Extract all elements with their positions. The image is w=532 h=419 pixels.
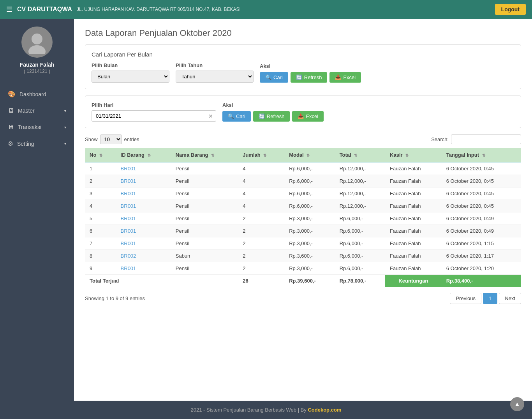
sidebar: Fauzan Falah ( 12314121 ) 🎨 Dashboard 🖥 … bbox=[0, 19, 74, 401]
sidebar-item-label: Master bbox=[18, 108, 35, 114]
cell-tanggal: 6 October 2020, 0:45 bbox=[442, 175, 521, 187]
col-kasir[interactable]: Kasir ⇅ bbox=[385, 148, 442, 162]
page-1-button[interactable]: 1 bbox=[483, 293, 497, 304]
cell-nama-barang: Pensil bbox=[171, 225, 238, 237]
section-title-bulan: Cari Laporan Per Bulan bbox=[92, 51, 514, 58]
show-entries: Show 102550100 entries bbox=[85, 134, 139, 144]
cell-modal: Rp.3,000,- bbox=[284, 262, 335, 275]
cell-modal: Rp.6,000,- bbox=[284, 200, 335, 212]
col-total[interactable]: Total ⇅ bbox=[335, 148, 385, 162]
footer-text: 2021 - Sistem Penjualan Barang Berbasis … bbox=[191, 407, 308, 413]
excel-button-1[interactable]: 📥 Excel bbox=[329, 72, 361, 83]
filter-group-bulan: Pilih Bulan Bulan JanuariFebruariMaret A… bbox=[92, 62, 169, 83]
id-barang-link[interactable]: BR001 bbox=[121, 178, 136, 184]
table-row: 5 BR001 Pensil 2 Rp.3,000,- Rp.6,000,- F… bbox=[85, 212, 521, 225]
sort-icon-kasir: ⇅ bbox=[405, 153, 409, 157]
total-row: Total Terjual 26 Rp.39,600,- Rp.78,000,-… bbox=[85, 275, 521, 287]
id-barang-link[interactable]: BR001 bbox=[121, 240, 136, 246]
filter-group-aksi1: Aksi 🔍 Cari 🔄 Refresh 📥 Excel bbox=[260, 63, 361, 83]
col-nama-barang[interactable]: Nama Barang ⇅ bbox=[171, 148, 238, 162]
cell-nama-barang: Sabun bbox=[171, 250, 238, 262]
id-barang-link[interactable]: BR001 bbox=[121, 265, 136, 271]
previous-button[interactable]: Previous bbox=[450, 293, 481, 304]
filter-bulan-section: Cari Laporan Per Bulan Pilih Bulan Bulan… bbox=[85, 44, 521, 89]
logout-button[interactable]: Logout bbox=[495, 4, 526, 15]
refresh-icon-2: 🔄 bbox=[259, 113, 265, 119]
sidebar-item-transaksi[interactable]: 🖥 Transaksi ▾ bbox=[0, 119, 74, 135]
select-tahun[interactable]: Tahun 2019202020212022 bbox=[176, 71, 254, 83]
cell-tanggal: 6 October 2020, 1:15 bbox=[442, 237, 521, 250]
pagination: Previous 1 Next bbox=[450, 293, 521, 304]
cell-id-barang: BR001 bbox=[116, 162, 171, 175]
cell-jumlah: 2 bbox=[238, 250, 284, 262]
cell-id-barang: BR001 bbox=[116, 200, 171, 212]
refresh-button-1[interactable]: 🔄 Refresh bbox=[291, 72, 328, 83]
col-no[interactable]: No ⇅ bbox=[85, 148, 116, 162]
date-input[interactable] bbox=[92, 110, 216, 122]
label-pilih-tahun: Pilih Tahun bbox=[176, 62, 254, 68]
cell-kasir: Fauzan Falah bbox=[385, 250, 442, 262]
cell-modal: Rp.3,000,- bbox=[284, 212, 335, 225]
main-layout: Fauzan Falah ( 12314121 ) 🎨 Dashboard 🖥 … bbox=[0, 19, 532, 401]
cell-nama-barang: Pensil bbox=[171, 212, 238, 225]
entries-label: entries bbox=[124, 136, 139, 142]
sidebar-nav: 🎨 Dashboard 🖥 Master ▾ 🖥 Transaksi ▾ ⚙ S… bbox=[0, 86, 74, 152]
keuntungan-value: Rp.38,400,- bbox=[442, 275, 521, 287]
cell-total: Rp.6,000,- bbox=[335, 237, 385, 250]
hamburger-icon[interactable]: ☰ bbox=[6, 5, 12, 14]
sidebar-item-setting[interactable]: ⚙ Setting ▾ bbox=[0, 135, 74, 152]
id-barang-link[interactable]: BR001 bbox=[121, 191, 136, 196]
id-barang-link[interactable]: BR001 bbox=[121, 228, 136, 234]
cell-no: 8 bbox=[85, 250, 116, 262]
id-barang-link[interactable]: BR001 bbox=[121, 203, 136, 209]
search-icon: 🔍 bbox=[265, 74, 271, 80]
total-modal: Rp.39,600,- bbox=[284, 275, 335, 287]
scroll-to-top[interactable]: ▲ bbox=[510, 397, 524, 411]
data-table: No ⇅ ID Barang ⇅ Nama Barang ⇅ Jumlah ⇅ … bbox=[85, 148, 521, 287]
transaksi-icon: 🖥 bbox=[8, 124, 14, 131]
search-icon-2: 🔍 bbox=[228, 113, 234, 119]
cell-id-barang: BR001 bbox=[116, 237, 171, 250]
refresh-button-2[interactable]: 🔄 Refresh bbox=[253, 111, 290, 122]
cell-modal: Rp.6,000,- bbox=[284, 187, 335, 200]
cell-no: 1 bbox=[85, 162, 116, 175]
cell-modal: Rp.6,000,- bbox=[284, 175, 335, 187]
cell-jumlah: 4 bbox=[238, 175, 284, 187]
col-jumlah[interactable]: Jumlah ⇅ bbox=[238, 148, 284, 162]
next-button[interactable]: Next bbox=[499, 293, 521, 304]
svg-point-0 bbox=[32, 34, 42, 44]
filter-row-hari: Pilih Hari ✕ Aksi 🔍 Cari 🔄 bbox=[92, 102, 514, 122]
cell-nama-barang: Pensil bbox=[171, 175, 238, 187]
table-row: 2 BR001 Pensil 4 Rp.6,000,- Rp.12,000,- … bbox=[85, 175, 521, 187]
cell-total: Rp.12,000,- bbox=[335, 200, 385, 212]
sidebar-item-dashboard[interactable]: 🎨 Dashboard bbox=[0, 86, 74, 103]
cari-button-1[interactable]: 🔍 Cari bbox=[260, 72, 288, 83]
total-total: Rp.78,000,- bbox=[335, 275, 385, 287]
id-barang-link[interactable]: BR001 bbox=[121, 216, 136, 221]
sidebar-item-master[interactable]: 🖥 Master ▾ bbox=[0, 103, 74, 119]
search-input[interactable] bbox=[451, 134, 521, 144]
cell-tanggal: 6 October 2020, 0:45 bbox=[442, 187, 521, 200]
id-barang-link[interactable]: BR001 bbox=[121, 166, 136, 171]
cell-id-barang: BR002 bbox=[116, 250, 171, 262]
filter-row-bulan: Pilih Bulan Bulan JanuariFebruariMaret A… bbox=[92, 62, 514, 83]
date-input-wrapper: ✕ bbox=[92, 110, 216, 122]
excel-button-2[interactable]: 📥 Excel bbox=[292, 111, 324, 122]
cari-button-2[interactable]: 🔍 Cari bbox=[222, 111, 251, 122]
clear-date-icon[interactable]: ✕ bbox=[208, 113, 213, 119]
cell-kasir: Fauzan Falah bbox=[385, 175, 442, 187]
entries-select[interactable]: 102550100 bbox=[100, 134, 122, 144]
cell-id-barang: BR001 bbox=[116, 175, 171, 187]
cell-no: 6 bbox=[85, 225, 116, 237]
col-modal[interactable]: Modal ⇅ bbox=[284, 148, 335, 162]
search-label: Search: bbox=[431, 136, 449, 142]
table-row: 6 BR001 Pensil 2 Rp.3,000,- Rp.6,000,- F… bbox=[85, 225, 521, 237]
sidebar-item-label: Dashboard bbox=[19, 91, 46, 97]
select-bulan[interactable]: Bulan JanuariFebruariMaret AprilMeiJuni … bbox=[92, 71, 169, 83]
cell-id-barang: BR001 bbox=[116, 262, 171, 275]
id-barang-link[interactable]: BR002 bbox=[121, 253, 136, 259]
col-id-barang[interactable]: ID Barang ⇅ bbox=[116, 148, 171, 162]
cell-kasir: Fauzan Falah bbox=[385, 200, 442, 212]
cell-no: 7 bbox=[85, 237, 116, 250]
col-tanggal[interactable]: Tanggal Input ⇅ bbox=[442, 148, 521, 162]
